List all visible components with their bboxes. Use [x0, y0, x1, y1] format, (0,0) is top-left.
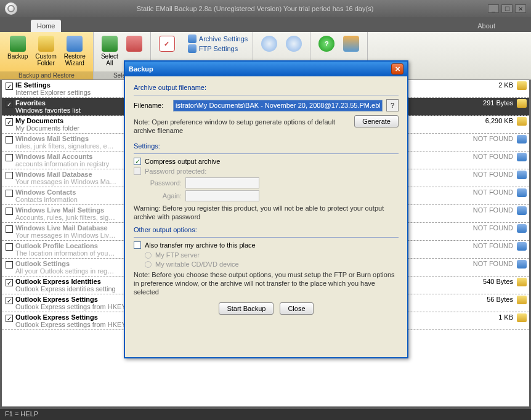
- item-size: NOT FOUND: [470, 188, 513, 196]
- select-all-button[interactable]: Select All: [97, 34, 122, 71]
- browse-button[interactable]: ?: [386, 99, 399, 111]
- item-checkbox[interactable]: [6, 279, 13, 286]
- gear-icon: [188, 34, 197, 43]
- clock-icon: [261, 36, 277, 52]
- radio-icon: [145, 261, 152, 268]
- item-type-icon: [517, 153, 527, 161]
- password-input: [185, 177, 259, 188]
- item-type-icon: [517, 171, 527, 179]
- ftp-settings-link[interactable]: FTP Settings: [188, 44, 248, 53]
- item-type-icon: [517, 135, 527, 143]
- item-checkbox[interactable]: [6, 136, 13, 143]
- dialog-close-button[interactable]: ✕: [391, 63, 403, 75]
- item-checkbox[interactable]: [6, 154, 13, 161]
- key-icon: [343, 36, 359, 52]
- checkbox-icon: [134, 158, 141, 165]
- check-settings-button[interactable]: ✓: [155, 34, 179, 54]
- password-warning: Warning: Before you register this produc…: [134, 204, 399, 221]
- item-type-icon: [517, 260, 527, 269]
- backup-icon: [10, 36, 26, 52]
- transfer-checkbox[interactable]: Also transfer my archive to this place: [134, 241, 399, 249]
- folder-icon: [38, 36, 54, 52]
- ftp-radio: My FTP server: [145, 251, 399, 259]
- item-size: NOT FOUND: [470, 153, 513, 160]
- filename-note: Note: Open preference window to setup ge…: [134, 118, 348, 135]
- item-checkbox[interactable]: [6, 118, 13, 126]
- close-button[interactable]: ✕: [515, 4, 526, 13]
- custom-folder-button[interactable]: Custom Folder: [31, 34, 60, 71]
- select-none-icon: [126, 36, 142, 52]
- item-checkbox[interactable]: [6, 172, 13, 179]
- item-size: 1 KB: [470, 313, 513, 321]
- archive-settings-link[interactable]: Archive Settings: [188, 34, 248, 43]
- item-size: NOT FOUND: [470, 206, 513, 214]
- item-type-icon: [517, 99, 527, 108]
- password-label: Password:: [145, 179, 182, 187]
- close-button[interactable]: Close: [280, 302, 313, 315]
- item-checkbox[interactable]: [6, 83, 13, 90]
- item-type-icon: [517, 224, 527, 233]
- item-type-icon: [517, 117, 527, 126]
- password-again-label: Again:: [145, 192, 182, 200]
- item-size: NOT FOUND: [470, 224, 513, 232]
- item-type-icon: [517, 313, 527, 322]
- item-type-icon: [517, 278, 527, 286]
- maximize-button[interactable]: ☐: [501, 4, 513, 13]
- checkbox-icon: [134, 168, 141, 175]
- backup-dialog: Backup ✕ Archive output filename: Filena…: [124, 60, 408, 358]
- radio-icon: [145, 252, 152, 259]
- item-checkbox[interactable]: [6, 297, 13, 304]
- item-type-icon: [517, 188, 527, 197]
- item-size: NOT FOUND: [470, 135, 513, 142]
- item-size: NOT FOUND: [470, 242, 513, 249]
- item-checkbox[interactable]: [6, 208, 13, 215]
- minimize-button[interactable]: _: [488, 4, 499, 13]
- group-label: Settings:: [134, 142, 399, 150]
- transfer-note: Note: Before you choose these output opt…: [134, 270, 399, 296]
- group-label: Other output options:: [134, 226, 399, 233]
- item-size: NOT FOUND: [470, 171, 513, 178]
- dialog-title: Backup: [129, 65, 153, 73]
- tab-home[interactable]: Home: [31, 20, 61, 32]
- item-checkbox[interactable]: [6, 225, 13, 233]
- select-all-icon: [102, 36, 118, 52]
- tab-bar: Home About: [0, 17, 531, 32]
- ribbon-group-label: Backup and Restore: [0, 71, 93, 79]
- start-backup-button[interactable]: Start Backup: [219, 302, 274, 315]
- group-label: Archive output filename:: [134, 84, 399, 91]
- checklist-icon: ✓: [159, 36, 175, 52]
- restore-icon: [67, 36, 83, 52]
- clock-icon: [286, 36, 302, 52]
- item-size: 56 Bytes: [470, 296, 513, 303]
- item-size: 6,290 KB: [470, 117, 513, 124]
- item-type-icon: [517, 296, 527, 304]
- dialog-titlebar[interactable]: Backup ✕: [125, 62, 407, 76]
- gear-icon: [188, 44, 197, 53]
- item-type-icon: [517, 81, 527, 90]
- item-size: 291 Bytes: [470, 99, 513, 107]
- password-protect-checkbox: Password protected:: [134, 168, 399, 175]
- compress-checkbox[interactable]: Compress output archive: [134, 158, 399, 165]
- item-type-icon: [517, 206, 527, 215]
- generate-button[interactable]: Generate: [354, 115, 399, 127]
- tab-about[interactable]: About: [472, 20, 500, 32]
- app-logo-icon: [5, 2, 17, 15]
- item-checkbox[interactable]: [6, 190, 13, 197]
- filename-input[interactable]: [173, 100, 383, 111]
- ribbon-group-backup-restore: Backup Custom Folder Restore Wizard Back…: [0, 32, 94, 79]
- titlebar: Static EMail Backup 2.8a (Unregistered V…: [0, 0, 531, 17]
- status-bar: F1 = HELP: [0, 409, 531, 420]
- password-again-input: [185, 190, 259, 201]
- restore-wizard-button[interactable]: Restore Wizard: [60, 34, 89, 71]
- cd-radio: My writable CD/DVD device: [145, 260, 399, 268]
- backup-button[interactable]: Backup: [4, 34, 31, 71]
- item-checkbox[interactable]: [6, 261, 13, 269]
- item-size: 2 KB: [470, 81, 513, 89]
- item-size: NOT FOUND: [470, 260, 513, 267]
- item-checkbox[interactable]: [6, 100, 13, 108]
- checkbox-icon: [134, 241, 141, 249]
- item-checkbox[interactable]: [6, 243, 13, 251]
- filename-label: Filename:: [134, 102, 169, 109]
- help-icon: ?: [318, 36, 334, 52]
- item-checkbox[interactable]: [6, 315, 13, 322]
